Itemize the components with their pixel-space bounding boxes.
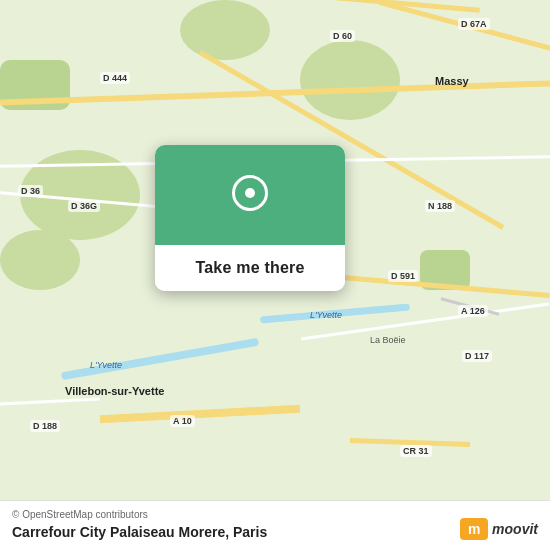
road-label-d591: D 591 <box>388 270 418 282</box>
pin-dot <box>245 188 255 198</box>
road-label-a10: A 10 <box>170 415 195 427</box>
road-label-d117: D 117 <box>462 350 492 362</box>
moovit-logo: m moovit <box>460 518 538 540</box>
road-label-d60: D 60 <box>330 30 355 42</box>
location-title: Carrefour City Palaiseau Morere, Paris <box>12 524 538 540</box>
place-label-laboie: La Boëie <box>370 335 406 345</box>
road-label-a126: A 126 <box>458 305 488 317</box>
road-label-d188: D 188 <box>30 420 60 432</box>
road-label-d67a: D 67A <box>458 18 490 30</box>
place-label-yvette1: L'Yvette <box>310 310 342 320</box>
place-label-massy: Massy <box>435 75 469 87</box>
road-label-d444: D 444 <box>100 72 130 84</box>
moovit-brand-name: moovit <box>492 521 538 537</box>
road-label-cr31: CR 31 <box>400 445 432 457</box>
park-area-2 <box>0 230 80 290</box>
place-label-yvette2: L'Yvette <box>90 360 122 370</box>
park-area-6 <box>180 0 270 60</box>
osm-credit: © OpenStreetMap contributors <box>12 509 538 520</box>
location-pin-icon <box>230 175 270 215</box>
road-label-d36g: D 36G <box>68 200 100 212</box>
map-container: D 60 D 67A D 444 D 36 D 36G N 188 D 591 … <box>0 0 550 550</box>
road-label-n188: N 188 <box>425 200 455 212</box>
action-card: Take me there <box>155 145 345 291</box>
place-label-villebon: Villebon-sur-Yvette <box>65 385 164 397</box>
moovit-letter: m <box>468 521 480 537</box>
road-label-d36: D 36 <box>18 185 43 197</box>
pin-circle <box>232 175 268 211</box>
moovit-icon: m <box>460 518 488 540</box>
park-area-4 <box>300 40 400 120</box>
bottom-bar: © OpenStreetMap contributors Carrefour C… <box>0 500 550 550</box>
take-me-there-button[interactable]: Take me there <box>155 245 345 291</box>
card-map-area <box>155 145 345 245</box>
